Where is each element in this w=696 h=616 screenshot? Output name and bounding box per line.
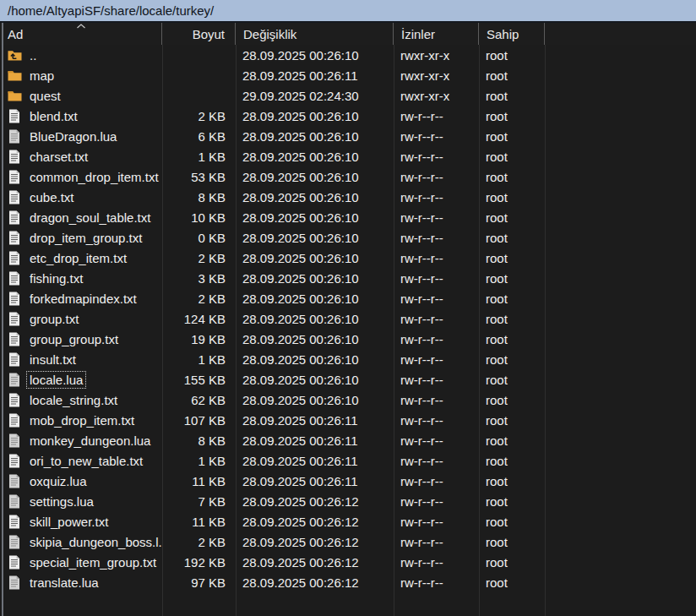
remote-path-bar[interactable]: /home/AltyapiSF/share/locale/turkey/ bbox=[0, 0, 696, 23]
name-cell: common_drop_item.txt bbox=[0, 166, 162, 187]
name-cell: quest bbox=[0, 85, 162, 106]
file-txt-icon bbox=[7, 250, 22, 265]
file-name: mob_drop_item.txt bbox=[27, 412, 137, 428]
table-row[interactable]: oxquiz.lua 11 KB 28.09.2025 00:26:11 rw-… bbox=[0, 471, 696, 491]
table-row[interactable]: cube.txt 8 KB 28.09.2025 00:26:10 rw-r--… bbox=[0, 187, 696, 207]
owner-cell: root bbox=[479, 552, 545, 572]
name-cell: translate.lua bbox=[0, 572, 162, 592]
sort-ascending-icon bbox=[76, 24, 85, 29]
size-cell: 8 KB bbox=[162, 430, 236, 450]
column-header-label: İzinler bbox=[401, 27, 435, 41]
owner-cell: root bbox=[479, 187, 545, 207]
permissions-cell: rwxr-xr-x bbox=[394, 65, 479, 85]
name-cell: .. bbox=[0, 45, 162, 65]
permissions-cell: rw-r--r-- bbox=[394, 268, 479, 288]
file-lua-icon bbox=[7, 575, 22, 590]
permissions-cell: rwxr-xr-x bbox=[394, 45, 479, 65]
table-row[interactable]: group_group.txt 19 KB 28.09.2025 00:26:1… bbox=[0, 329, 696, 349]
table-row[interactable]: forkedmapindex.txt 2 KB 28.09.2025 00:26… bbox=[0, 288, 696, 308]
row-filler bbox=[545, 349, 696, 369]
table-row[interactable]: mob_drop_item.txt 107 KB 28.09.2025 00:2… bbox=[0, 410, 696, 430]
file-txt-icon bbox=[7, 291, 22, 306]
row-filler bbox=[545, 227, 696, 248]
file-name: blend.txt bbox=[27, 108, 80, 124]
size-cell: 1 KB bbox=[162, 146, 236, 166]
permissions-cell: rw-r--r-- bbox=[394, 390, 479, 410]
name-cell: BlueDragon.lua bbox=[0, 126, 162, 146]
size-cell bbox=[162, 45, 236, 65]
file-lua-icon bbox=[7, 493, 22, 509]
size-cell: 0 KB bbox=[162, 227, 236, 248]
row-filler bbox=[545, 45, 696, 65]
column-header-i̇zinler[interactable]: İzinler bbox=[394, 23, 479, 45]
row-filler bbox=[545, 471, 696, 491]
table-row[interactable]: dragon_soul_table.txt 10 KB 28.09.2025 0… bbox=[0, 207, 696, 227]
file-name: monkey_dungeon.lua bbox=[27, 433, 153, 449]
size-cell: 11 KB bbox=[162, 471, 236, 491]
table-row[interactable]: locale_string.txt 62 KB 28.09.2025 00:26… bbox=[0, 390, 696, 410]
file-txt-icon bbox=[7, 311, 22, 326]
modified-cell: 28.09.2025 00:26:10 bbox=[236, 248, 394, 268]
owner-cell: root bbox=[479, 532, 545, 552]
file-lua-icon bbox=[7, 534, 22, 549]
column-header-ad[interactable]: Ad bbox=[0, 23, 162, 45]
table-row[interactable]: ori_to_new_table.txt 1 KB 28.09.2025 00:… bbox=[0, 450, 696, 471]
modified-cell: 28.09.2025 00:26:10 bbox=[236, 288, 394, 308]
modified-cell: 28.09.2025 00:26:10 bbox=[236, 268, 394, 288]
size-cell: 2 KB bbox=[162, 106, 236, 126]
table-row[interactable]: drop_item_group.txt 0 KB 28.09.2025 00:2… bbox=[0, 227, 696, 248]
file-name: ori_to_new_table.txt bbox=[27, 453, 145, 469]
row-filler bbox=[545, 207, 696, 227]
row-filler bbox=[545, 126, 696, 146]
table-row[interactable]: translate.lua 97 KB 28.09.2025 00:26:12 … bbox=[0, 572, 696, 592]
size-cell: 6 KB bbox=[162, 126, 236, 146]
name-cell: map bbox=[0, 65, 162, 85]
table-row[interactable]: map 28.09.2025 00:26:11 rwxr-xr-x root bbox=[0, 65, 696, 85]
size-cell: 3 KB bbox=[162, 268, 236, 288]
size-cell: 2 KB bbox=[162, 248, 236, 268]
modified-cell: 28.09.2025 00:26:11 bbox=[236, 471, 394, 491]
table-row[interactable]: BlueDragon.lua 6 KB 28.09.2025 00:26:10 … bbox=[0, 126, 696, 146]
table-row[interactable]: group.txt 124 KB 28.09.2025 00:26:10 rw-… bbox=[0, 308, 696, 329]
table-row[interactable]: quest 29.09.2025 02:24:30 rwxr-xr-x root bbox=[0, 85, 696, 106]
row-filler bbox=[545, 106, 696, 126]
table-row[interactable]: fishing.txt 3 KB 28.09.2025 00:26:10 rw-… bbox=[0, 268, 696, 288]
owner-cell: root bbox=[479, 227, 545, 248]
name-cell: dragon_soul_table.txt bbox=[0, 207, 162, 227]
table-row[interactable]: common_drop_item.txt 53 KB 28.09.2025 00… bbox=[0, 166, 696, 187]
row-filler bbox=[545, 390, 696, 410]
file-name: BlueDragon.lua bbox=[27, 128, 119, 144]
row-filler bbox=[545, 308, 696, 329]
table-row[interactable]: .. 28.09.2025 00:26:10 rwxr-xr-x root bbox=[0, 45, 696, 65]
permissions-cell: rw-r--r-- bbox=[394, 369, 479, 390]
name-cell: insult.txt bbox=[0, 349, 162, 369]
row-filler bbox=[545, 511, 696, 532]
name-cell: locale_string.txt bbox=[0, 390, 162, 410]
table-row[interactable]: locale.lua 155 KB 28.09.2025 00:26:10 rw… bbox=[0, 369, 696, 390]
owner-cell: root bbox=[479, 471, 545, 491]
file-name: translate.lua bbox=[27, 575, 101, 591]
table-row[interactable]: special_item_group.txt 192 KB 28.09.2025… bbox=[0, 552, 696, 572]
column-header-label: Boyut bbox=[193, 27, 225, 41]
table-row[interactable]: skill_power.txt 11 KB 28.09.2025 00:26:1… bbox=[0, 511, 696, 532]
table-row[interactable]: settings.lua 7 KB 28.09.2025 00:26:12 rw… bbox=[0, 491, 696, 511]
column-header-boyut[interactable]: Boyut bbox=[162, 23, 236, 45]
file-txt-icon bbox=[7, 352, 22, 367]
table-row[interactable]: skipia_dungeon_boss.l... 2 KB 28.09.2025… bbox=[0, 532, 696, 552]
owner-cell: root bbox=[479, 146, 545, 166]
column-header-sahip[interactable]: Sahip bbox=[479, 23, 545, 45]
size-cell: 1 KB bbox=[162, 450, 236, 471]
table-row[interactable]: blend.txt 2 KB 28.09.2025 00:26:10 rw-r-… bbox=[0, 106, 696, 126]
table-row[interactable]: insult.txt 1 KB 28.09.2025 00:26:10 rw-r… bbox=[0, 349, 696, 369]
file-name: insult.txt bbox=[27, 352, 79, 368]
permissions-cell: rw-r--r-- bbox=[394, 511, 479, 532]
table-row[interactable]: etc_drop_item.txt 2 KB 28.09.2025 00:26:… bbox=[0, 248, 696, 268]
modified-cell: 28.09.2025 00:26:10 bbox=[236, 45, 394, 65]
owner-cell: root bbox=[479, 85, 545, 106]
table-row[interactable]: monkey_dungeon.lua 8 KB 28.09.2025 00:26… bbox=[0, 430, 696, 450]
column-header-değişiklik[interactable]: Değişiklik bbox=[236, 23, 394, 45]
size-cell: 2 KB bbox=[162, 288, 236, 308]
table-row[interactable]: charset.txt 1 KB 28.09.2025 00:26:10 rw-… bbox=[0, 146, 696, 166]
modified-cell: 28.09.2025 00:26:10 bbox=[236, 329, 394, 349]
permissions-cell: rw-r--r-- bbox=[394, 126, 479, 146]
